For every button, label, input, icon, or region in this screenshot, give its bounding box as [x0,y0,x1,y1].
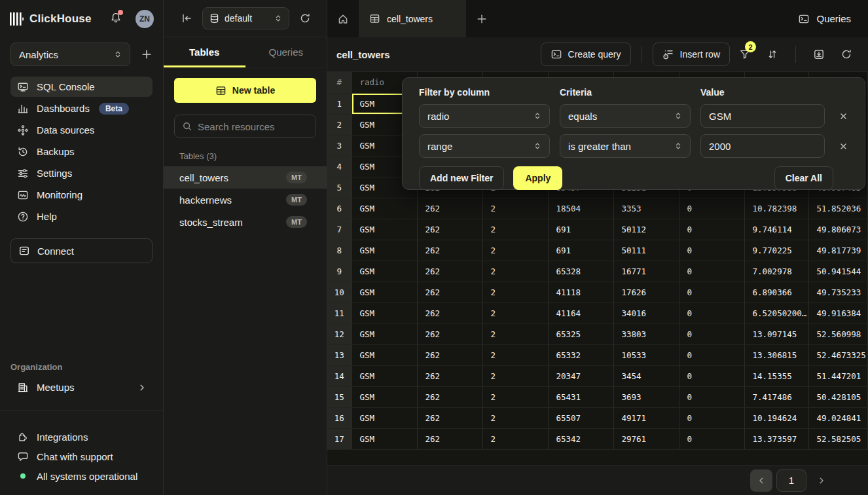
grid-cell[interactable]: GSM [352,344,417,365]
grid-cell[interactable]: 2 [482,219,548,240]
grid-cell[interactable]: 262 [417,198,482,219]
new-table-button[interactable]: New table [174,78,316,103]
database-selector[interactable]: default [202,7,289,29]
grid-cell[interactable]: 0 [679,240,744,261]
filter-value-input-0[interactable]: GSM [700,104,825,128]
grid-cell[interactable]: GSM [352,198,417,219]
queries-button[interactable]: Queries [781,0,868,37]
grid-cell[interactable]: 2 [482,198,548,219]
grid-cell[interactable]: 2 [482,302,548,323]
grid-cell[interactable]: 2 [482,261,548,282]
search-box[interactable] [174,115,316,138]
grid-cell[interactable]: 52.560998 [808,323,868,344]
create-query-button[interactable]: Create query [541,43,631,66]
grid-cell[interactable]: 49.817739 [808,240,868,261]
row-number[interactable]: 13 [327,344,352,365]
grid-cell[interactable]: 2 [482,386,548,407]
grid-cell[interactable]: 20347 [548,365,613,386]
grid-cell[interactable]: 0 [679,219,744,240]
grid-cell[interactable]: GSM [352,365,417,386]
grid-cell[interactable]: 0 [679,365,744,386]
filter-criteria-select-1[interactable]: is greater than [560,134,691,158]
grid-cell[interactable]: 41118 [548,282,613,302]
row-number[interactable]: 3 [327,135,352,156]
grid-cell[interactable]: 2 [482,365,548,386]
tab-tables[interactable]: Tables [164,37,245,67]
grid-cell[interactable]: 50.428105 [808,386,868,407]
grid-cell[interactable]: 65342 [548,428,613,449]
insert-row-button[interactable]: Insert row [653,43,730,66]
sidebar-item-meetups[interactable]: Meetups [10,377,153,397]
notifications-button[interactable] [110,12,122,26]
column-header-num[interactable]: # [327,72,352,93]
grid-cell[interactable]: 262 [417,219,482,240]
grid-cell[interactable]: 2 [482,282,548,302]
grid-cell[interactable]: 0 [679,302,744,323]
sidebar-item-settings[interactable]: Settings [10,163,153,183]
grid-cell[interactable]: 13.373597 [744,428,808,449]
sidebar-footer-item-chat-with-support[interactable]: Chat with support [0,447,163,466]
filter-column-select-0[interactable]: radio [419,104,550,128]
grid-cell[interactable]: 2 [482,428,548,449]
grid-cell[interactable]: 262 [417,323,482,344]
grid-cell[interactable]: GSM [352,219,417,240]
grid-cell[interactable]: 13.097145 [744,323,808,344]
grid-cell[interactable]: GSM [352,302,417,323]
grid-cell[interactable]: 262 [417,386,482,407]
grid-cell[interactable]: GSM [352,428,417,449]
grid-cell[interactable]: GSM [352,323,417,344]
grid-cell[interactable]: 2 [482,323,548,344]
grid-cell[interactable]: 262 [417,240,482,261]
row-number[interactable]: 4 [327,156,352,177]
row-number[interactable]: 15 [327,386,352,407]
grid-cell[interactable]: 0 [679,261,744,282]
apply-filter-button[interactable]: Apply [513,166,562,190]
next-page-button[interactable] [810,469,833,492]
grid-cell[interactable]: 2 [482,240,548,261]
grid-cell[interactable]: 0 [679,428,744,449]
grid-cell[interactable]: 65325 [548,323,613,344]
grid-cell[interactable]: 10533 [613,344,679,365]
new-tab-button[interactable] [466,0,497,37]
row-number[interactable]: 2 [327,114,352,135]
row-number[interactable]: 8 [327,240,352,261]
avatar[interactable]: ZN [136,10,154,28]
grid-cell[interactable]: 17626 [613,282,679,302]
grid-cell[interactable]: 691 [548,219,613,240]
grid-cell[interactable]: 18504 [548,198,613,219]
grid-cell[interactable]: 262 [417,428,482,449]
row-number[interactable]: 17 [327,428,352,449]
grid-cell[interactable]: 49.735233 [808,282,868,302]
grid-cell[interactable]: GSM [352,386,417,407]
refresh-table-button[interactable] [834,43,859,66]
grid-cell[interactable]: 3353 [613,198,679,219]
grid-cell[interactable]: 49.806073 [808,219,868,240]
grid-cell[interactable]: 9.770225 [744,240,808,261]
grid-cell[interactable]: GSM [352,407,417,428]
grid-cell[interactable]: 3454 [613,365,679,386]
grid-cell[interactable]: 3693 [613,386,679,407]
grid-cell[interactable]: 52.4673325 [808,344,868,365]
grid-cell[interactable]: 13.306815 [744,344,808,365]
grid-cell[interactable]: 49.916384 [808,302,868,323]
grid-cell[interactable]: 65507 [548,407,613,428]
grid-cell[interactable]: 262 [417,261,482,282]
grid-cell[interactable]: 0 [679,323,744,344]
row-number[interactable]: 6 [327,198,352,219]
remove-filter-button-0[interactable] [835,113,852,120]
sidebar-footer-item-all-systems-operational[interactable]: All systems operational [0,466,163,486]
download-button[interactable] [806,43,831,66]
row-number[interactable]: 16 [327,407,352,428]
sidebar-item-help[interactable]: Help [10,206,153,227]
grid-cell[interactable]: 262 [417,282,482,302]
grid-cell[interactable]: 65332 [548,344,613,365]
row-number[interactable]: 10 [327,282,352,302]
grid-cell[interactable]: 10.782398 [744,198,808,219]
collapse-panel-button[interactable] [181,12,192,24]
grid-cell[interactable]: 50.941544 [808,261,868,282]
grid-cell[interactable]: 7.417486 [744,386,808,407]
table-list-item-hackernews[interactable]: hackernewsMT [164,189,327,211]
filter-criteria-select-0[interactable]: equals [560,104,691,128]
row-number[interactable]: 11 [327,302,352,323]
filter-value-input-1[interactable]: 2000 [700,134,825,158]
